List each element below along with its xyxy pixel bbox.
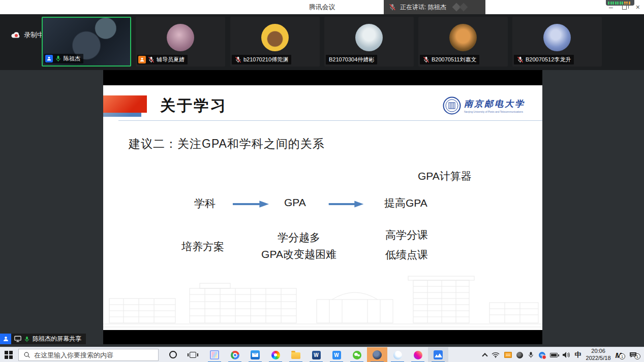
label-low-gpa: 低绩点课 (385, 248, 428, 262)
search-input[interactable] (34, 351, 146, 359)
video-tile-3[interactable]: b21070210傅莞渊 (230, 17, 320, 67)
active-speaker-banner: 正在讲话: 陈祖杰 (384, 0, 485, 14)
flow-node-raise-gpa: 提高GPA (384, 196, 427, 210)
ime-indicator[interactable]: 中 (575, 350, 581, 359)
taskbar-word-icon[interactable] (306, 347, 326, 362)
host-badge-icon (45, 55, 53, 62)
start-button[interactable] (5, 351, 13, 359)
search-icon (23, 351, 30, 358)
video-tile-chenzujie[interactable]: 陈祖杰 (42, 17, 131, 67)
taskbar-mail-icon[interactable] (245, 347, 265, 362)
pen-badge: 1 (619, 353, 625, 359)
name-tag: B21070304仲婧彬 (326, 55, 377, 64)
mic-muted-icon (517, 56, 524, 63)
taskbar-color-wheel-icon[interactable] (265, 347, 286, 362)
name-tag: B20070511刘嘉文 (420, 55, 479, 64)
taskbar-file-explorer-icon[interactable] (286, 347, 306, 362)
flow-node-gpa: GPA (284, 196, 306, 209)
taskbar-wechat-icon[interactable] (347, 347, 367, 362)
taskbar-chrome-icon[interactable] (225, 347, 245, 362)
screen-share-icon (14, 336, 21, 342)
video-tile-6[interactable]: B20070512李龙升 (512, 17, 602, 67)
task-view-button[interactable] (190, 352, 196, 358)
taskbar-journal-icon[interactable] (204, 347, 225, 362)
participant-name: B20070511刘嘉文 (432, 56, 476, 63)
flow-arrow-icon (328, 200, 364, 208)
label-training-plan: 培养方案 (181, 240, 224, 254)
university-logo: 南京邮电大学 Nanjing University of Posts and T… (443, 96, 525, 115)
label-high-credit: 高学分课 (385, 228, 428, 242)
shared-screen-area: 关于学习 南京邮电大学 Nanjing University of Posts … (0, 70, 644, 347)
system-tray: 中 20:06 2022/5/18 M 1 1 (483, 347, 644, 362)
avatar (355, 24, 383, 51)
tray-wifi-icon[interactable] (492, 352, 500, 358)
credit-note-line1: 学分越多 (253, 231, 345, 245)
cohost-badge-icon (138, 56, 146, 63)
taskbar-search[interactable] (18, 349, 159, 361)
app-title: 腾讯会议 (0, 0, 644, 14)
tray-battery-icon[interactable] (550, 353, 558, 357)
avatar (449, 24, 477, 51)
avatar (167, 24, 194, 51)
slide-title: 关于学习 (160, 95, 227, 116)
name-tag: 陈祖杰 (44, 54, 83, 63)
restore-button[interactable] (622, 5, 627, 10)
minimize-button[interactable]: – (609, 4, 613, 10)
flow-arrow-icon (231, 200, 270, 208)
screen-share-banner: 陈祖杰的屏幕共享 (0, 334, 86, 344)
tray-pen-icon[interactable]: M 1 (616, 350, 626, 359)
name-tag: b21070210傅莞渊 (232, 55, 291, 64)
credit-note-line2: GPA改变越困难 (253, 247, 345, 261)
mic-muted-icon (423, 56, 430, 63)
campus-watermark (103, 273, 542, 330)
recording-indicator[interactable]: 录制中 (11, 30, 44, 40)
mic-muted-icon (235, 56, 241, 63)
video-tile-fudaoyuan[interactable]: 辅导员夏婧 (136, 17, 225, 67)
share-banner-label: 陈祖杰的屏幕共享 (33, 335, 81, 343)
taskbar-wps-icon[interactable] (326, 347, 347, 362)
header-red-bar (103, 95, 147, 113)
video-tile-4[interactable]: B21070304仲婧彬 (324, 17, 414, 67)
tray-orange-window-icon[interactable] (504, 352, 512, 358)
mic-on-icon (55, 55, 62, 62)
taskbar-meeting-icon[interactable] (367, 347, 387, 362)
notification-center-button[interactable]: 1 (630, 350, 640, 359)
mic-muted-icon (148, 56, 155, 63)
cortana-button[interactable] (169, 351, 177, 358)
clock-time: 20:06 (591, 348, 605, 354)
participant-name: b21070210傅莞渊 (243, 56, 288, 63)
tray-security-alert-icon[interactable] (539, 352, 545, 358)
cloud-record-icon (11, 32, 20, 38)
taskbar-apps (204, 347, 448, 362)
tray-voice-assistant-icon[interactable] (516, 352, 523, 358)
participant-name: 辅导员夏婧 (157, 56, 185, 63)
close-button[interactable]: × (636, 4, 640, 10)
logo-decoration (453, 4, 467, 10)
name-tag: B20070512李龙升 (514, 55, 574, 64)
taskbar-cloud-app-icon[interactable] (428, 347, 448, 362)
avatar (543, 24, 571, 51)
window-controls: – × (609, 4, 640, 10)
tray-volume-icon[interactable] (562, 351, 570, 358)
video-tile-5[interactable]: B20070511刘嘉文 (418, 17, 508, 67)
presentation-slide: 关于学习 南京邮电大学 Nanjing University of Posts … (103, 85, 542, 330)
avatar (261, 24, 289, 51)
flow-node-subject: 学科 (194, 196, 216, 211)
participant-video-strip: 录制中 陈祖杰 辅导员夏婧 b21070 (0, 14, 644, 70)
participant-name: B20070512李龙升 (526, 56, 571, 63)
windows-taskbar: 中 20:06 2022/5/18 M 1 1 (0, 347, 644, 362)
taskbar-browser-icon[interactable] (387, 347, 408, 362)
university-emblem-icon (443, 96, 461, 115)
slide-subtitle: 建议二：关注GPA和学科之间的关系 (129, 136, 325, 152)
taskbar-clock[interactable]: 20:06 2022/5/18 (586, 348, 611, 362)
tray-chevron-up-icon[interactable] (483, 352, 487, 358)
letterbox-top (103, 70, 542, 85)
tray-microphone-icon[interactable] (528, 351, 534, 358)
label-credit-note: 学分越多 GPA改变越困难 (253, 231, 345, 261)
muted-mic-icon (389, 4, 396, 11)
sharer-badge-icon (0, 334, 11, 344)
taskbar-game-icon[interactable] (408, 347, 428, 362)
screen: 腾讯会议 正在讲话: 陈祖杰 – × 录制中 (0, 0, 644, 362)
university-name: 南京邮电大学 (464, 98, 525, 110)
letterbox-bottom (103, 330, 542, 344)
